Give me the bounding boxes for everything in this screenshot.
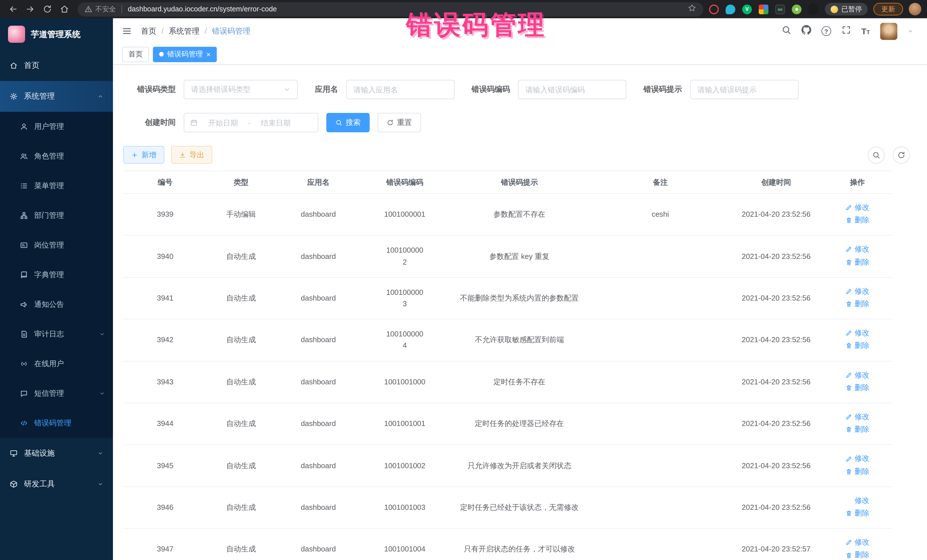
browser-update-button[interactable]: 更新 bbox=[873, 3, 903, 15]
sidebar-item-notice[interactable]: 通知公告 bbox=[0, 290, 113, 319]
sidebar-item-audit-log[interactable]: 审计日志 bbox=[0, 319, 113, 349]
cell-remark bbox=[591, 361, 729, 403]
sidebar-item-dept-mgmt[interactable]: 部门管理 bbox=[0, 201, 113, 231]
app-name-input[interactable] bbox=[346, 80, 454, 99]
edit-link[interactable]: 修改 bbox=[845, 327, 869, 339]
browser-profile-avatar[interactable] bbox=[909, 3, 921, 15]
start-date-input[interactable] bbox=[201, 118, 245, 127]
forward-icon[interactable] bbox=[23, 2, 38, 17]
cell-created: 2021-04-20 23:52:57 bbox=[729, 529, 823, 560]
avatar[interactable] bbox=[880, 23, 897, 39]
chevron-down-icon bbox=[97, 451, 103, 456]
edit-link[interactable]: 修改 bbox=[845, 202, 869, 213]
sidebar-item-user-mgmt[interactable]: 用户管理 bbox=[0, 112, 113, 141]
end-date-input[interactable] bbox=[254, 118, 298, 127]
github-icon[interactable] bbox=[801, 25, 811, 37]
search-button[interactable]: 搜索 bbox=[326, 113, 370, 132]
help-icon[interactable]: ? bbox=[821, 26, 831, 36]
cell-hint: 只有开启状态的任务，才可以修改 bbox=[448, 529, 591, 560]
breadcrumb-home[interactable]: 首页 bbox=[141, 26, 156, 36]
chevron-down-icon[interactable] bbox=[907, 28, 913, 34]
cell-created: 2021-04-20 23:52:56 bbox=[729, 403, 823, 445]
browser-chrome: 不安全 dashboard.yudao.iocoder.cn/system/er… bbox=[0, 0, 927, 18]
date-range-picker[interactable]: - bbox=[184, 113, 318, 132]
edit-link[interactable]: 修改 bbox=[845, 453, 869, 464]
cell-hint: 参数配置不存在 bbox=[448, 194, 591, 235]
search-icon[interactable] bbox=[781, 25, 791, 37]
close-icon[interactable]: × bbox=[206, 50, 211, 58]
search-icon bbox=[872, 151, 880, 159]
export-button[interactable]: 导出 bbox=[171, 146, 212, 164]
extension-icon-green[interactable] bbox=[792, 4, 801, 14]
app-logo[interactable]: 芋道管理系统 bbox=[0, 18, 113, 50]
sidebar-item-online-users[interactable]: 在线用户 bbox=[0, 349, 113, 379]
bookmark-star-icon[interactable] bbox=[687, 3, 696, 15]
tab-error-code-mgmt[interactable]: 错误码管理 × bbox=[153, 47, 217, 62]
home-icon[interactable] bbox=[57, 2, 72, 17]
cell-app: dashboard bbox=[275, 278, 362, 319]
delete-link[interactable]: 删除 bbox=[845, 340, 869, 352]
sidebar-item-sms-mgmt[interactable]: 短信管理 bbox=[0, 379, 113, 408]
cell-code: 100100000 2 bbox=[362, 235, 448, 278]
sidebar-toggle-icon[interactable] bbox=[122, 26, 132, 36]
edit-link[interactable]: 修改 bbox=[845, 537, 869, 548]
paused-badge[interactable]: 已暂停 bbox=[825, 3, 868, 15]
edit-link[interactable]: 修改 bbox=[845, 244, 869, 255]
delete-link[interactable]: 删除 bbox=[845, 214, 869, 226]
cell-actions: 修改删除 bbox=[823, 319, 892, 361]
extensions-puzzle-icon[interactable] bbox=[808, 4, 818, 14]
url-text[interactable]: dashboard.yudao.iocoder.cn/system/error-… bbox=[128, 5, 277, 13]
cell-code: 1001001004 bbox=[362, 529, 448, 560]
extension-icon-record[interactable] bbox=[709, 4, 719, 14]
sidebar-item-dev-tools[interactable]: 研发工具 bbox=[0, 469, 113, 499]
edit-link[interactable]: 修改 bbox=[845, 495, 869, 506]
error-code-input[interactable] bbox=[518, 80, 626, 99]
delete-link[interactable]: 删除 bbox=[845, 382, 869, 393]
cell-created: 2021-04-20 23:52:56 bbox=[729, 194, 823, 235]
table-row: 3944 自动生成 dashboard 1001001001 定时任务的处理器已… bbox=[123, 403, 892, 445]
delete-link[interactable]: 删除 bbox=[845, 424, 869, 435]
sidebar-item-error-code-mgmt[interactable]: 错误码管理 bbox=[0, 408, 113, 438]
font-size-icon[interactable]: TT bbox=[861, 27, 870, 35]
delete-link[interactable]: 删除 bbox=[845, 549, 869, 560]
sidebar-item-home[interactable]: 首页 bbox=[0, 50, 113, 81]
tab-home[interactable]: 首页 bbox=[122, 47, 149, 62]
sidebar-item-post-mgmt[interactable]: 岗位管理 bbox=[0, 231, 113, 260]
edit-link[interactable]: 修改 bbox=[845, 369, 869, 381]
error-code-type-select[interactable]: 请选择错误码类型 bbox=[184, 80, 298, 99]
extension-icon-on[interactable]: on bbox=[775, 4, 785, 14]
extension-icon-drop[interactable] bbox=[726, 4, 736, 14]
delete-link[interactable]: 删除 bbox=[845, 508, 869, 519]
sidebar-item-role-mgmt[interactable]: 角色管理 bbox=[0, 141, 113, 171]
dict-book-icon bbox=[20, 271, 28, 279]
reset-button[interactable]: 重置 bbox=[378, 113, 421, 132]
reload-icon[interactable] bbox=[40, 2, 55, 17]
back-icon[interactable] bbox=[6, 2, 21, 17]
show-search-button[interactable] bbox=[868, 146, 885, 163]
extension-icon-grid[interactable] bbox=[759, 4, 768, 14]
extension-icon-v[interactable]: V bbox=[742, 4, 752, 14]
cell-hint: 定时任务已经处于该状态，无需修改 bbox=[448, 487, 591, 529]
address-bar[interactable]: 不安全 dashboard.yudao.iocoder.cn/system/er… bbox=[78, 2, 704, 16]
audit-doc-icon bbox=[20, 330, 28, 338]
delete-link[interactable]: 删除 bbox=[845, 256, 869, 268]
add-button[interactable]: 新增 bbox=[123, 146, 164, 164]
error-code-table: 编号 类型 应用名 错误码编码 错误码提示 备注 创建时间 操作 3939 bbox=[123, 170, 892, 560]
error-hint-input[interactable] bbox=[690, 80, 798, 99]
security-status[interactable]: 不安全 bbox=[84, 4, 116, 14]
sidebar-item-infrastructure[interactable]: 基础设施 bbox=[0, 438, 113, 469]
delete-link[interactable]: 删除 bbox=[845, 298, 869, 310]
fullscreen-icon[interactable] bbox=[841, 25, 851, 37]
edit-link[interactable]: 修改 bbox=[845, 286, 869, 297]
breadcrumb-system[interactable]: 系统管理 bbox=[169, 26, 200, 36]
refresh-table-button[interactable] bbox=[893, 146, 910, 163]
sidebar-item-menu-mgmt[interactable]: 菜单管理 bbox=[0, 171, 113, 201]
delete-link[interactable]: 删除 bbox=[845, 466, 869, 477]
refresh-icon bbox=[897, 151, 905, 159]
dept-tree-icon bbox=[20, 212, 28, 220]
sidebar-item-dict-mgmt[interactable]: 字典管理 bbox=[0, 260, 113, 290]
sidebar-item-system-mgmt[interactable]: 系统管理 bbox=[0, 81, 113, 112]
edit-link[interactable]: 修改 bbox=[845, 411, 869, 423]
screenshot-root: 不安全 dashboard.yudao.iocoder.cn/system/er… bbox=[0, 0, 927, 560]
table-row: 3941 自动生成 dashboard 100100000 3 不能删除类型为系… bbox=[123, 278, 892, 319]
